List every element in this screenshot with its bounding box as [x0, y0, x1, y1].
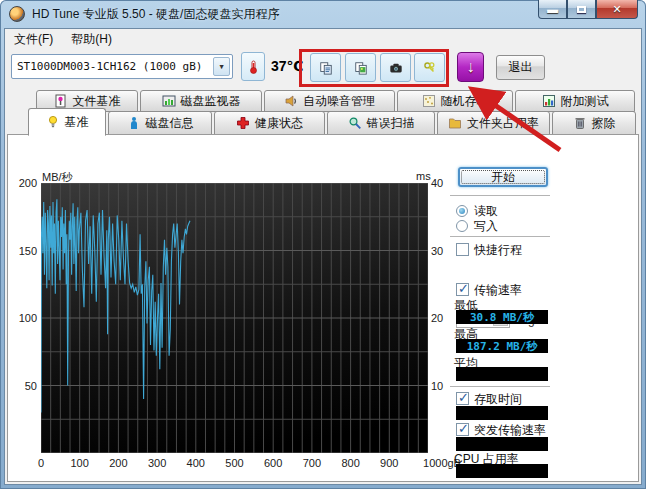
app-icon	[9, 6, 25, 22]
window-title: HD Tune 专业版 5.50 - 硬盘/固态硬盘实用程序	[32, 6, 279, 23]
axis-tick-label: 150	[11, 245, 37, 257]
trash-icon	[573, 116, 587, 130]
close-icon: ✕	[612, 4, 621, 15]
keys-icon	[423, 61, 437, 75]
tab-label: 文件基准	[73, 93, 121, 110]
write-label: 写入	[474, 218, 498, 235]
chevron-down-icon[interactable]: ▼	[213, 57, 230, 76]
cpu-usage-display	[456, 464, 548, 478]
min-value-display: 30.8 MB/秒	[456, 310, 548, 324]
client-area: 文件(F) 帮助(H) ST1000DM003-1CH162 (1000 gB)…	[4, 28, 642, 485]
speaker-icon	[284, 94, 298, 108]
magnifier-icon	[348, 116, 362, 130]
tab-benchmark[interactable]: 基准	[28, 108, 106, 136]
axis-unit-right: ms	[416, 170, 431, 182]
tab-label: 文件夹占用率	[467, 115, 539, 132]
tab-label: 附加测试	[561, 93, 609, 110]
axis-tick-label: 100	[11, 312, 37, 324]
axis-tick-label: 100	[60, 457, 100, 469]
tab-erase[interactable]: 擦除	[552, 111, 636, 135]
thermometer-icon	[246, 60, 260, 74]
benchmark-page: MB/秒 ms 20015010050403020100100200300400…	[7, 134, 639, 482]
file-benchmark-icon	[54, 94, 68, 108]
burst-rate-display	[456, 437, 548, 451]
separator	[450, 195, 550, 196]
screenshot-button[interactable]	[380, 53, 411, 82]
tab-label: 随机存取	[441, 93, 489, 110]
menu-help[interactable]: 帮助(H)	[62, 29, 121, 50]
axis-tick-label: 200	[98, 457, 138, 469]
axis-tick-label: 600	[253, 457, 293, 469]
temperature-button[interactable]	[241, 52, 265, 81]
axis-tick-label: 200	[11, 177, 37, 189]
transfer-rate-label: 传输速率	[474, 282, 522, 299]
benchmark-chart: MB/秒 ms 20015010050403020100100200300400…	[8, 135, 453, 465]
maximize-button[interactable]	[567, 0, 596, 19]
access-time-checkbox[interactable]	[456, 392, 469, 405]
tab-error-scan[interactable]: 错误扫描	[327, 111, 435, 135]
axis-tick-label: 50	[11, 380, 37, 392]
lamp-icon	[46, 115, 60, 129]
tab-label: 磁盘信息	[146, 115, 194, 132]
save-results-button[interactable]: ↓	[457, 52, 484, 82]
drive-select[interactable]: ST1000DM003-1CH162 (1000 gB) ▼	[11, 54, 233, 79]
tab-label: 自动噪音管理	[303, 93, 375, 110]
separator	[450, 386, 550, 387]
tab-label: 基准	[65, 114, 89, 131]
write-radio[interactable]	[456, 220, 468, 232]
short-stroke-label: 快捷行程	[474, 242, 522, 259]
camera-icon	[389, 61, 403, 75]
title-bar[interactable]: HD Tune 专业版 5.50 - 硬盘/固态硬盘实用程序 ▬ ✕	[0, 0, 646, 28]
read-radio[interactable]	[456, 205, 468, 217]
copy-image-button[interactable]	[345, 53, 376, 82]
health-cross-icon	[236, 116, 250, 130]
short-stroke-checkbox[interactable]	[456, 243, 469, 256]
tab-label: 磁盘监视器	[181, 93, 241, 110]
max-value-display: 187.2 MB/秒	[456, 339, 548, 353]
temperature-value: 37℃	[271, 58, 304, 74]
transfer-rate-checkbox[interactable]	[456, 283, 469, 296]
down-arrow-icon: ↓	[467, 58, 475, 76]
minimize-icon: ▬	[547, 4, 558, 15]
tab-disk-info[interactable]: 磁盘信息	[108, 111, 212, 135]
tab-label: 错误扫描	[367, 115, 415, 132]
axis-tick-label: 500	[215, 457, 255, 469]
copy-image-icon	[354, 61, 368, 75]
exit-button[interactable]: 退出	[496, 55, 545, 80]
exit-label: 退出	[509, 59, 533, 76]
menu-bar: 文件(F) 帮助(H)	[5, 29, 641, 50]
axis-tick-label: 400	[176, 457, 216, 469]
copy-text-button[interactable]	[310, 53, 341, 82]
maximize-icon	[577, 6, 586, 13]
options-button[interactable]	[414, 53, 445, 82]
axis-tick-label: 800	[331, 457, 371, 469]
random-access-icon	[422, 94, 436, 108]
separator	[450, 236, 550, 237]
app-window: HD Tune 专业版 5.50 - 硬盘/固态硬盘实用程序 ▬ ✕ 文件(F)…	[0, 0, 646, 489]
start-button[interactable]: 开始	[458, 167, 548, 187]
chart-plot	[41, 183, 428, 453]
axis-tick-label: 0	[21, 457, 61, 469]
tab-disk-monitor[interactable]: 磁盘监视器	[140, 90, 262, 112]
menu-file[interactable]: 文件(F)	[5, 29, 62, 50]
close-button[interactable]: ✕	[596, 0, 638, 19]
transfer-rate-curve	[41, 199, 190, 412]
tab-health[interactable]: 健康状态	[214, 111, 325, 135]
tab-folder-usage[interactable]: 文件夹占用率	[437, 111, 550, 135]
tab-random-access[interactable]: 随机存取	[397, 90, 513, 112]
tab-extra-tests[interactable]: 附加测试	[515, 90, 635, 112]
copy-text-icon	[319, 61, 333, 75]
burst-rate-checkbox[interactable]	[456, 423, 469, 436]
person-info-icon	[127, 116, 141, 130]
axis-tick-label: 900	[369, 457, 409, 469]
toolbar: ST1000DM003-1CH162 (1000 gB) ▼ 37℃ ↓ 退出	[5, 50, 641, 90]
axis-tick-label: 300	[137, 457, 177, 469]
disk-monitor-icon	[162, 94, 176, 108]
benchmark-controls: 开始 读取 写入 快捷行程 40 ▲▼ gB 传输速率 最低 30.8 MB/秒	[442, 135, 562, 483]
access-time-display	[456, 406, 548, 420]
tab-label: 健康状态	[255, 115, 303, 132]
minimize-button[interactable]: ▬	[538, 0, 567, 19]
tab-label: 擦除	[592, 115, 616, 132]
folder-icon	[448, 116, 462, 130]
tab-aam[interactable]: 自动噪音管理	[264, 90, 395, 112]
